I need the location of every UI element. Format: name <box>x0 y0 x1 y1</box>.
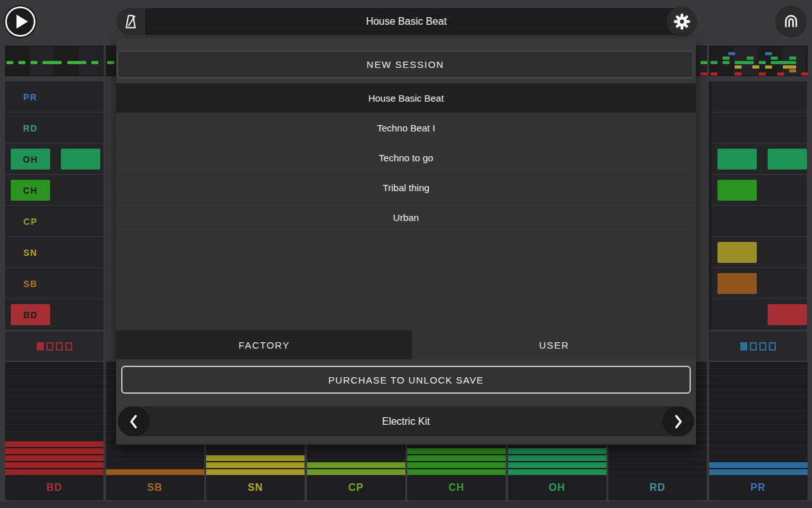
track-row-pr: PR <box>5 81 103 112</box>
fader-label-bd[interactable]: BD <box>5 475 103 500</box>
strip-note-dash <box>765 65 772 69</box>
fader-label-cp[interactable]: CP <box>307 475 405 500</box>
gear-icon <box>672 11 692 32</box>
page-square-3[interactable] <box>56 342 63 351</box>
pattern-pad-oh-2[interactable] <box>61 149 100 170</box>
strip-note-dash <box>710 61 717 64</box>
page-square-4[interactable] <box>769 342 776 351</box>
bottom-divider-strip <box>0 502 812 508</box>
pattern-strip-section[interactable] <box>709 46 808 76</box>
strip-note-dash <box>771 57 778 60</box>
pattern-pad-oh-2[interactable] <box>768 149 807 170</box>
kit-next-button[interactable] <box>662 406 694 436</box>
strip-note-dash <box>759 61 766 64</box>
kit-previous-button[interactable] <box>118 406 150 436</box>
right-track-panel <box>709 81 807 330</box>
strip-note-dash <box>735 65 742 69</box>
chevron-left-icon <box>128 413 140 430</box>
sessions-dialog: NEW SESSION House Basic BeatTechno Beat … <box>116 38 696 444</box>
kit-name: Electric Kit <box>150 406 662 436</box>
fader-level-ch <box>407 448 506 475</box>
pattern-pad-bd-1[interactable]: BD <box>11 304 50 325</box>
pattern-pad-sn-1[interactable] <box>717 242 757 263</box>
pattern-pad-ch-1[interactable] <box>717 180 757 201</box>
fader-track-bd[interactable] <box>5 362 103 475</box>
purchase-unlock-save-button[interactable]: PURCHASE TO UNLOCK SAVE <box>121 366 691 394</box>
session-row-5[interactable]: Urban <box>116 203 696 232</box>
session-row-3[interactable]: Techno to go <box>116 143 696 173</box>
fader-label-pr[interactable]: PR <box>709 475 808 500</box>
track-label-pr[interactable]: PR <box>11 86 50 107</box>
page-square-2[interactable] <box>46 342 53 351</box>
strip-note-dash <box>801 72 808 76</box>
pattern-pad-ch-1[interactable]: CH <box>11 180 50 201</box>
play-button[interactable] <box>4 5 37 38</box>
track-row-ch: CH <box>5 175 103 206</box>
pattern-pad-bd-2[interactable] <box>768 304 807 325</box>
pattern-pad-oh-1[interactable] <box>717 149 757 170</box>
strip-note-dash <box>752 65 759 69</box>
strip-note-dash <box>735 72 742 76</box>
strip-note-dash <box>789 61 796 64</box>
track-row-bd: BD <box>5 299 103 330</box>
fader-level-pr <box>709 462 808 475</box>
track-label-cp[interactable]: CP <box>11 211 50 232</box>
track-row-sn: SN <box>5 237 103 268</box>
page-square-2[interactable] <box>750 342 757 351</box>
fader-label-sb[interactable]: SB <box>106 475 204 500</box>
fader-level-sn <box>206 455 304 475</box>
track-row-oh: OH <box>5 144 103 175</box>
right-page-indicator <box>709 331 807 361</box>
track-label-sn[interactable]: SN <box>11 242 50 263</box>
track-row-sb <box>712 268 807 299</box>
session-list: House Basic BeatTechno Beat ITechno to g… <box>116 83 696 330</box>
session-row-2[interactable]: Techno Beat I <box>116 113 696 143</box>
fader-level-oh <box>508 448 606 475</box>
strip-note-dash <box>55 61 62 64</box>
strip-note-dash <box>747 61 754 64</box>
tab-factory[interactable]: FACTORY <box>116 330 412 359</box>
fader-label-sn[interactable]: SN <box>206 475 304 500</box>
session-title: House Basic Beat <box>117 8 696 35</box>
strip-note-dash <box>765 52 772 55</box>
pattern-strip-section[interactable] <box>5 46 103 76</box>
track-row-rd <box>712 112 807 144</box>
track-row-sb: SB <box>5 268 103 299</box>
app-logo-button[interactable] <box>775 6 807 37</box>
page-square-1[interactable] <box>37 342 44 351</box>
fader-track-pr[interactable] <box>709 362 808 475</box>
fader-label-oh[interactable]: OH <box>508 475 606 500</box>
strip-note-dash <box>723 57 730 60</box>
session-row-4[interactable]: Tribal thing <box>116 173 696 203</box>
session-title-bar[interactable]: House Basic Beat <box>117 8 696 35</box>
fingerlab-logo-icon <box>780 11 802 32</box>
strip-note-dash <box>700 72 707 76</box>
fader-level-bd <box>5 441 103 475</box>
strip-note-dash <box>723 61 730 64</box>
page-square-3[interactable] <box>759 342 766 351</box>
chevron-right-icon <box>672 413 684 430</box>
settings-button[interactable] <box>667 6 697 37</box>
strip-note-dash <box>759 72 766 76</box>
session-row-1[interactable]: House Basic Beat <box>116 83 696 113</box>
track-label-sb[interactable]: SB <box>11 273 50 294</box>
track-row-ch <box>712 175 807 206</box>
strip-note-dash <box>700 61 707 64</box>
page-square-4[interactable] <box>65 342 72 351</box>
new-session-button[interactable]: NEW SESSION <box>117 51 693 78</box>
pattern-pad-oh-1[interactable]: OH <box>11 149 50 170</box>
fader-label-ch[interactable]: CH <box>407 475 506 500</box>
page-square-1[interactable] <box>740 342 747 351</box>
strip-note-dash <box>91 61 98 64</box>
strip-note-dash <box>789 65 796 69</box>
left-track-panel: PRRDOHCHCPSNSBBD <box>5 81 103 330</box>
track-label-rd[interactable]: RD <box>11 117 50 138</box>
strip-note-dash <box>747 57 754 60</box>
pattern-pad-sb-1[interactable] <box>717 273 757 294</box>
tab-user[interactable]: USER <box>412 330 696 359</box>
play-icon <box>4 5 37 38</box>
strip-note-dash <box>777 72 784 76</box>
track-row-oh <box>712 144 807 175</box>
strip-note-dash <box>6 61 13 64</box>
fader-label-rd[interactable]: RD <box>608 475 707 500</box>
